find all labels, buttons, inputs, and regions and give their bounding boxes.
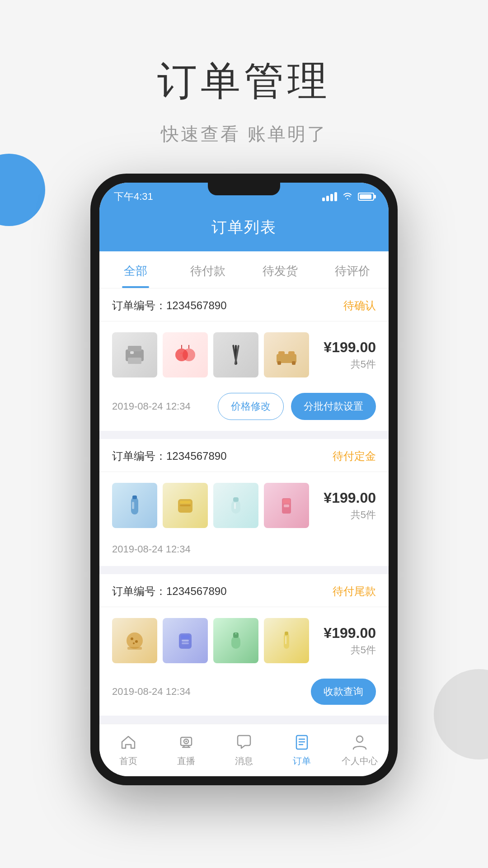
- svg-rect-41: [285, 636, 286, 644]
- svg-point-49: [357, 736, 363, 742]
- nav-item-profile[interactable]: 个人中心: [331, 731, 389, 767]
- svg-rect-23: [233, 497, 239, 502]
- order-1-products: ¥199.00 共5件: [99, 321, 389, 388]
- order-3-actions: 收款查询: [311, 679, 376, 705]
- svg-rect-21: [180, 505, 191, 506]
- order-1-product-images: [112, 332, 316, 377]
- message-icon: [234, 731, 254, 752]
- nav-label-messages: 消息: [235, 755, 253, 767]
- signal-bar-4: [334, 192, 337, 201]
- product-img-cosmetic: [264, 483, 309, 528]
- order-3-number: 订单编号：1234567890: [112, 584, 226, 599]
- status-right: [322, 192, 374, 202]
- product-img-printer: [112, 332, 157, 377]
- svg-point-31: [133, 642, 135, 644]
- svg-rect-18: [132, 502, 134, 509]
- order-3-products: ¥199.00 共5件: [99, 607, 389, 674]
- product-img-furniture: [264, 332, 309, 377]
- phone-frame: 下午4:31: [90, 174, 398, 785]
- order-1-status: 待确认: [343, 298, 376, 313]
- signal-bar-3: [330, 194, 333, 201]
- order-3-status: 待付尾款: [333, 584, 376, 599]
- phone-notch: [208, 183, 280, 195]
- product-img-decor: [163, 332, 208, 377]
- order-2-products: ¥199.00 共5件: [99, 472, 389, 539]
- signal-bar-2: [326, 196, 329, 201]
- svg-rect-17: [132, 495, 137, 499]
- tab-pending-payment[interactable]: 待付款: [172, 251, 244, 288]
- order-card-1: 订单编号：1234567890 待确认: [99, 288, 389, 431]
- order-3-price: ¥199.00: [324, 625, 376, 642]
- order-3-payment-query-button[interactable]: 收款查询: [311, 679, 376, 705]
- tab-all[interactable]: 全部: [99, 251, 172, 288]
- order-card-3: 订单编号：1234567890 待付尾款: [99, 574, 389, 716]
- order-2-price: ¥199.00: [324, 490, 376, 506]
- tab-pending-review[interactable]: 待评价: [316, 251, 389, 288]
- nav-item-home[interactable]: 首页: [99, 731, 157, 767]
- order-3-product-images: [112, 618, 316, 663]
- order-3-footer: 2019-08-24 12:34 收款查询: [99, 674, 389, 716]
- order-2-product-images: [112, 483, 316, 528]
- svg-point-28: [127, 632, 143, 649]
- order-1-count: 共5件: [324, 358, 376, 371]
- signal-bar-1: [322, 198, 325, 201]
- product-img-serum: [264, 618, 309, 663]
- order-2-number: 订单编号：1234567890: [112, 449, 226, 463]
- svg-rect-3: [130, 351, 134, 354]
- product-img-medicine: [163, 618, 208, 663]
- svg-rect-1: [128, 346, 141, 351]
- svg-rect-15: [292, 361, 296, 365]
- nav-item-orders[interactable]: 订单: [273, 731, 331, 767]
- order-1-price-info: ¥199.00 共5件: [324, 339, 376, 371]
- nav-label-profile: 个人中心: [342, 755, 378, 767]
- svg-rect-24: [234, 503, 236, 509]
- nav-item-live[interactable]: 直播: [157, 731, 215, 767]
- svg-rect-14: [277, 361, 281, 365]
- tab-pending-shipment[interactable]: 待发货: [244, 251, 316, 288]
- status-time: 下午4:31: [114, 190, 153, 203]
- order-1-actions: 价格修改 分批付款设置: [218, 393, 376, 420]
- orders-list: 订单编号：1234567890 待确认: [99, 288, 389, 716]
- svg-rect-40: [285, 632, 288, 635]
- app-header-title: 订单列表: [211, 218, 277, 236]
- nav-label-home: 首页: [119, 755, 137, 767]
- live-icon: [176, 731, 197, 752]
- order-1-date: 2019-08-24 12:34: [112, 401, 191, 412]
- nav-item-messages[interactable]: 消息: [215, 731, 273, 767]
- svg-point-29: [131, 637, 133, 640]
- battery-icon: [358, 193, 374, 201]
- svg-rect-12: [278, 351, 285, 356]
- svg-point-44: [185, 741, 187, 742]
- order-2-footer: 2019-08-24 12:34: [99, 539, 389, 566]
- product-img-pens: [213, 332, 258, 377]
- hero-title: 订单管理: [0, 54, 488, 108]
- svg-rect-27: [284, 505, 289, 507]
- tabs-container: 全部 待付款 待发货 待评价: [99, 251, 389, 288]
- phone-screen: 下午4:31: [99, 183, 389, 776]
- order-3-header: 订单编号：1234567890 待付尾款: [99, 574, 389, 607]
- order-3-date: 2019-08-24 12:34: [112, 686, 191, 698]
- order-1-footer: 2019-08-24 12:34 价格修改 分批付款设置: [99, 388, 389, 431]
- order-1-number: 订单编号：1234567890: [112, 298, 226, 313]
- product-img-cream: [213, 483, 258, 528]
- product-img-cookie: [112, 618, 157, 663]
- svg-rect-2: [128, 358, 141, 364]
- svg-rect-26: [283, 499, 290, 504]
- svg-rect-37: [231, 636, 240, 649]
- svg-rect-34: [181, 635, 190, 639]
- product-img-snack: [163, 483, 208, 528]
- order-1-price-modify-button[interactable]: 价格修改: [218, 393, 284, 420]
- svg-rect-36: [182, 642, 189, 644]
- svg-rect-13: [288, 351, 295, 356]
- svg-point-5: [183, 349, 195, 361]
- order-2-status: 待付定金: [333, 449, 376, 463]
- product-img-bottle: [112, 483, 157, 528]
- order-2-header: 订单编号：1234567890 待付定金: [99, 439, 389, 472]
- order-card-2: 订单编号：1234567890 待付定金: [99, 439, 389, 566]
- order-3-count: 共5件: [324, 643, 376, 657]
- home-icon: [118, 731, 139, 752]
- order-1-price: ¥199.00: [324, 339, 376, 356]
- hero-section: 订单管理 快速查看 账单明了: [0, 0, 488, 174]
- order-1-batch-payment-button[interactable]: 分批付款设置: [291, 393, 376, 420]
- product-img-lotion: [213, 618, 258, 663]
